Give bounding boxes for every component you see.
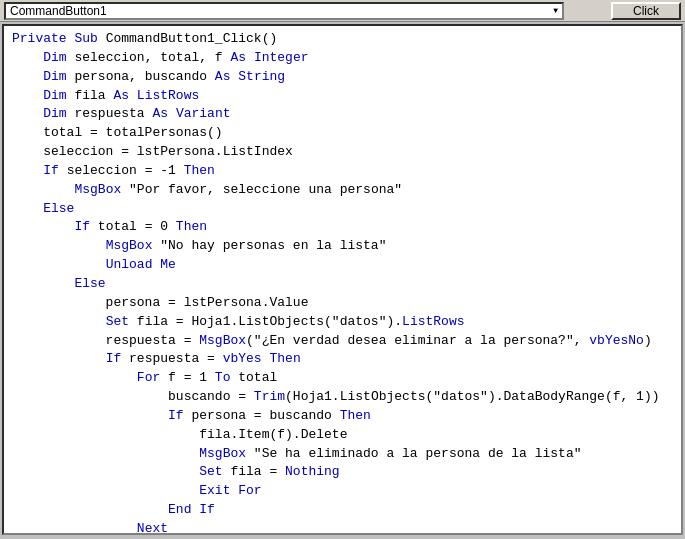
combo-value: CommandButton1 bbox=[10, 4, 107, 18]
code-line: For f = 1 To total bbox=[12, 369, 673, 388]
event-button[interactable]: Click bbox=[611, 2, 681, 20]
code-line: Set fila = Nothing bbox=[12, 463, 673, 482]
code-line: persona = lstPersona.Value bbox=[12, 294, 673, 313]
toolbar-left: CommandButton1 ▼ bbox=[4, 2, 611, 20]
code-line: total = totalPersonas() bbox=[12, 124, 673, 143]
code-line: Else bbox=[12, 275, 673, 294]
code-line: fila.Item(f).Delete bbox=[12, 426, 673, 445]
code-line: Exit For bbox=[12, 482, 673, 501]
code-line: Dim fila As ListRows bbox=[12, 87, 673, 106]
code-line: End If bbox=[12, 501, 673, 520]
code-line: Else bbox=[12, 200, 673, 219]
code-line: If persona = buscando Then bbox=[12, 407, 673, 426]
code-line: Unload Me bbox=[12, 256, 673, 275]
code-line: Set fila = Hoja1.ListObjects("datos").Li… bbox=[12, 313, 673, 332]
toolbar-right: Click bbox=[611, 2, 681, 20]
code-line: If total = 0 Then bbox=[12, 218, 673, 237]
code-line: Dim persona, buscando As String bbox=[12, 68, 673, 87]
code-line: seleccion = lstPersona.ListIndex bbox=[12, 143, 673, 162]
code-line: MsgBox "Se ha eliminado a la persona de … bbox=[12, 445, 673, 464]
code-line: Dim respuesta As Variant bbox=[12, 105, 673, 124]
code-line: Dim seleccion, total, f As Integer bbox=[12, 49, 673, 68]
code-line: If seleccion = -1 Then bbox=[12, 162, 673, 181]
code-line: If respuesta = vbYes Then bbox=[12, 350, 673, 369]
toolbar: CommandButton1 ▼ Click bbox=[0, 0, 685, 22]
code-line: Next bbox=[12, 520, 673, 535]
object-combo[interactable]: CommandButton1 ▼ bbox=[4, 2, 564, 20]
code-line: buscando = Trim(Hoja1.ListObjects("datos… bbox=[12, 388, 673, 407]
code-line: MsgBox "Por favor, seleccione una person… bbox=[12, 181, 673, 200]
code-line: Private Sub CommandButton1_Click() bbox=[12, 30, 673, 49]
combo-dropdown-arrow: ▼ bbox=[553, 6, 558, 15]
code-area[interactable]: Private Sub CommandButton1_Click() Dim s… bbox=[2, 24, 683, 535]
code-line: respuesta = MsgBox("¿En verdad desea eli… bbox=[12, 332, 673, 351]
code-line: MsgBox "No hay personas en la lista" bbox=[12, 237, 673, 256]
